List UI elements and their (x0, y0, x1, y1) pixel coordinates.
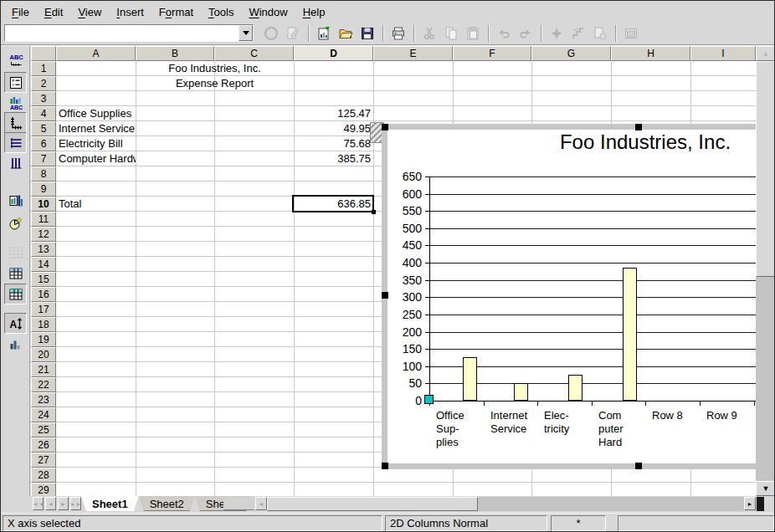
tab-nav-next-icon[interactable]: ► (58, 497, 69, 510)
row-header-20[interactable]: 20 (31, 347, 56, 362)
y-axis-label[interactable]: 350 (388, 274, 422, 286)
y-axis-label[interactable]: 100 (388, 361, 422, 372)
sheet-tab-sheet2[interactable]: Sheet2 (139, 496, 195, 511)
row-header-24[interactable]: 24 (31, 407, 56, 422)
x-axis-label[interactable]: Row 8 (652, 409, 683, 422)
row-header-22[interactable]: 22 (31, 377, 56, 392)
horizontal-scrollbar-thumb[interactable] (267, 497, 478, 511)
row-header-14[interactable]: 14 (31, 257, 56, 272)
redo-icon[interactable] (516, 23, 536, 43)
column-header-e[interactable]: E (373, 46, 453, 61)
cell-a5[interactable]: Internet Service (56, 121, 136, 136)
undo-icon[interactable] (494, 23, 514, 43)
cell-d6[interactable]: 75.68 (294, 136, 373, 151)
row-header-15[interactable]: 15 (31, 272, 56, 287)
vertical-scrollbar-thumb[interactable] (756, 61, 775, 277)
row-header-23[interactable]: 23 (31, 392, 56, 407)
chart-frame-handle[interactable] (382, 292, 388, 299)
sheet-tab-sheet1[interactable]: Sheet1 (81, 496, 139, 511)
chart-title[interactable]: Foo Industries, Inc. (560, 130, 731, 154)
axis-selection-handle[interactable] (424, 395, 434, 404)
row-header-8[interactable]: 8 (31, 166, 56, 182)
row-header-6[interactable]: 6 (31, 136, 56, 151)
row-header-28[interactable]: 28 (31, 468, 56, 483)
insert-icon[interactable] (568, 23, 588, 43)
menu-insert[interactable]: Insert (109, 3, 151, 22)
menu-format[interactable]: Format (151, 3, 201, 22)
y-axis-label[interactable]: 300 (388, 291, 422, 303)
y-axis-label[interactable]: 650 (388, 171, 422, 182)
chart-bar[interactable] (568, 375, 583, 401)
row-header-19[interactable]: 19 (31, 332, 56, 347)
menu-help[interactable]: Help (295, 3, 333, 22)
copy-icon[interactable] (441, 23, 461, 43)
print-icon[interactable] (388, 23, 408, 43)
x-axis-label[interactable]: Elec-tricity (544, 409, 569, 436)
titles-on-off-icon[interactable]: ABC (4, 49, 27, 70)
vertical-scrollbar[interactable]: ▲ ▼ (756, 46, 775, 496)
cell-a2[interactable]: Expense Report (56, 76, 373, 91)
select-all-corner[interactable] (31, 46, 56, 61)
column-header-f[interactable]: F (453, 46, 531, 61)
x-axis-label[interactable]: ComputerHard (598, 409, 624, 449)
scale-text-icon[interactable]: A (4, 313, 27, 334)
cell-d10[interactable]: 636.85 (294, 197, 373, 212)
stop-loading-icon[interactable] (261, 23, 281, 43)
row-header-1[interactable]: 1 (31, 61, 56, 76)
y-axis-label[interactable]: 450 (388, 239, 422, 251)
cell-d7[interactable]: 385.75 (294, 151, 373, 166)
menu-file[interactable]: File (4, 3, 37, 22)
name-box-input[interactable] (5, 25, 239, 41)
edit-file-icon[interactable] (283, 23, 303, 43)
row-header-4[interactable]: 4 (31, 106, 56, 121)
menu-edit[interactable]: Edit (37, 3, 70, 22)
row-header-21[interactable]: 21 (31, 362, 56, 377)
paste-icon[interactable] (463, 23, 483, 43)
row-header-12[interactable]: 12 (31, 227, 56, 242)
cell-a10[interactable]: Total (56, 197, 136, 212)
y-axis-label[interactable]: 400 (388, 257, 422, 269)
row-header-11[interactable]: 11 (31, 212, 56, 227)
y-axis-label[interactable]: 200 (388, 326, 422, 338)
new-document-icon[interactable] (314, 23, 334, 43)
axes-on-off-icon[interactable] (4, 112, 27, 133)
vertical-grid-icon[interactable] (4, 152, 27, 173)
data-in-rows-icon[interactable] (4, 263, 27, 284)
hscroll-right-icon[interactable]: ► (744, 497, 756, 510)
cut-icon[interactable] (419, 23, 439, 43)
chart-frame-handle[interactable] (635, 463, 642, 469)
row-header-10[interactable]: 10 (31, 197, 56, 212)
name-box[interactable] (4, 24, 254, 42)
gallery-icon[interactable] (621, 23, 641, 43)
column-header-h[interactable]: H (611, 46, 690, 61)
row-header-27[interactable]: 27 (31, 453, 56, 468)
autoformat-chart-icon[interactable] (4, 212, 27, 233)
cell-d5[interactable]: 49.95 (294, 121, 373, 136)
x-axis-label[interactable]: OfficeSup-plies (436, 409, 464, 449)
row-header-17[interactable]: 17 (31, 302, 56, 317)
x-axis-label[interactable]: Row 9 (706, 409, 737, 422)
cell-a1[interactable]: Foo Industries, Inc. (56, 61, 373, 76)
chart-frame-bottom[interactable] (382, 463, 756, 469)
open-icon[interactable] (336, 23, 356, 43)
chart-frame-top[interactable] (382, 124, 756, 130)
tab-nav-last-icon[interactable]: ►► (70, 497, 81, 510)
menu-view[interactable]: View (70, 3, 109, 22)
y-axis-label[interactable]: 250 (388, 309, 422, 320)
row-header-26[interactable]: 26 (31, 437, 56, 453)
chart-type-icon[interactable] (4, 190, 27, 211)
column-header-g[interactable]: G (531, 46, 611, 61)
data-in-columns-icon[interactable] (4, 284, 27, 304)
cell-a6[interactable]: Electricity Bill (56, 136, 136, 151)
row-header-13[interactable]: 13 (31, 242, 56, 257)
menu-window[interactable]: Window (241, 3, 295, 22)
y-axis-label[interactable]: 50 (388, 377, 422, 389)
cell-a4[interactable]: Office Supplies (56, 106, 136, 121)
axes-titles-icon[interactable]: ABC (4, 92, 27, 113)
row-header-25[interactable]: 25 (31, 422, 56, 437)
name-box-dropdown-button[interactable] (239, 25, 253, 41)
paste-special-icon[interactable] (590, 23, 610, 43)
chart-frame-handle[interactable] (382, 124, 388, 130)
fill-handle[interactable] (372, 210, 376, 214)
chart-frame-handle[interactable] (382, 463, 388, 469)
